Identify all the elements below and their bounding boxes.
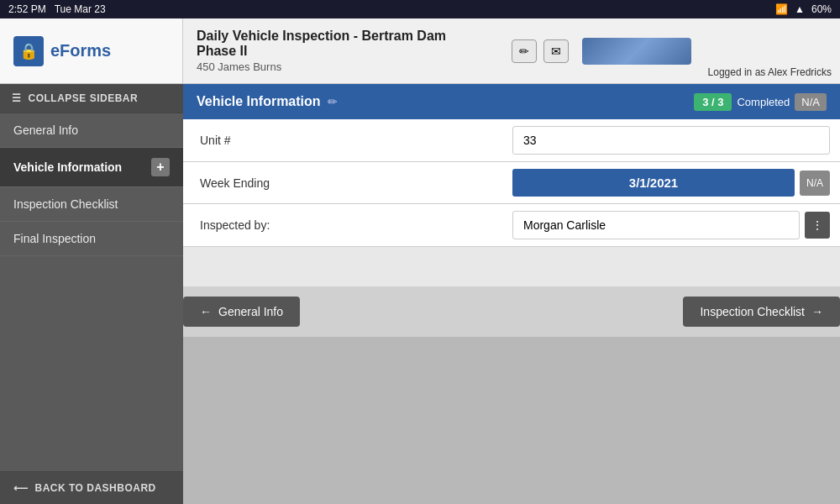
signal-icon: ▲ — [795, 3, 805, 15]
week-ending-value-area: 3/1/2021 N/A — [502, 162, 840, 203]
more-options-button[interactable]: ⋮ — [805, 212, 830, 239]
completed-label: Completed — [737, 96, 790, 108]
sidebar-item-vehicle-information[interactable]: Vehicle Information + — [0, 148, 183, 187]
section-badges: 3 / 3 Completed N/A — [694, 93, 827, 111]
image-preview — [582, 38, 691, 65]
logo-area: 🔒 eForms — [0, 18, 183, 83]
sidebar-item-general-info[interactable]: General Info — [0, 113, 183, 148]
pencil-icon: ✏ — [519, 45, 529, 58]
content-area: Vehicle Information ✏ 3 / 3 Completed N/… — [183, 84, 840, 504]
lock-icon: 🔒 — [19, 42, 38, 60]
main-layout: ☰ COLLAPSE SIDEBAR General Info Vehicle … — [0, 84, 840, 504]
header-content: Daily Vehicle Inspection - Bertram Dam P… — [183, 18, 501, 83]
week-ending-date-button[interactable]: 3/1/2021 — [512, 169, 795, 197]
inspected-by-value-area: ⋮ — [502, 204, 840, 246]
next-arrow-icon: → — [811, 305, 823, 318]
week-ending-na-button[interactable]: N/A — [800, 171, 830, 196]
form-meta: 450 James Burns — [197, 60, 488, 73]
top-header: 🔒 eForms Daily Vehicle Inspection - Bert… — [0, 18, 840, 84]
sidebar: ☰ COLLAPSE SIDEBAR General Info Vehicle … — [0, 84, 183, 504]
sidebar-item-final-inspection[interactable]: Final Inspection — [0, 222, 183, 256]
unit-label: Unit # — [183, 123, 502, 157]
week-ending-label: Week Ending — [183, 166, 502, 200]
wifi-icon: 📶 — [775, 3, 788, 15]
back-to-dashboard-button[interactable]: ⟵ BACK TO DASHBOARD — [0, 471, 183, 504]
logo-icon: 🔒 — [13, 36, 44, 66]
na-badge: N/A — [795, 93, 827, 111]
back-label: BACK TO DASHBOARD — [35, 482, 156, 494]
status-bar: 2:52 PM Tue Mar 23 📶 ▲ 60% — [0, 0, 840, 18]
form-row-week-ending: Week Ending 3/1/2021 N/A — [183, 162, 840, 204]
email-icon: ✉ — [551, 45, 561, 58]
sidebar-label-general-info: General Info — [13, 123, 78, 137]
hamburger-icon: ☰ — [12, 92, 22, 104]
sidebar-label-inspection-checklist: Inspection Checklist — [13, 197, 118, 211]
sidebar-label-final-inspection: Final Inspection — [13, 232, 96, 245]
prev-label: General Info — [218, 305, 283, 318]
unit-value-area — [502, 119, 840, 161]
section-title-area: Vehicle Information ✏ — [197, 94, 338, 109]
section-edit-icon[interactable]: ✏ — [328, 95, 338, 108]
inspected-by-label: Inspected by: — [183, 208, 502, 242]
gray-area — [183, 337, 840, 504]
date: Tue Mar 23 — [55, 3, 106, 15]
form-row-inspected-by: Inspected by: ⋮ — [183, 204, 840, 247]
back-icon: ⟵ — [13, 482, 29, 494]
logo-text: eForms — [50, 41, 111, 60]
email-button[interactable]: ✉ — [543, 39, 569, 63]
battery-level: 60% — [811, 3, 832, 15]
prev-arrow-icon: ← — [200, 305, 212, 318]
inspected-by-input[interactable] — [512, 211, 800, 239]
header-actions: ✏ ✉ — [501, 18, 708, 83]
collapse-label: COLLAPSE SIDEBAR — [29, 92, 139, 104]
section-header: Vehicle Information ✏ 3 / 3 Completed N/… — [183, 84, 840, 119]
sidebar-item-inspection-checklist[interactable]: Inspection Checklist — [0, 187, 183, 222]
prev-nav-button[interactable]: ← General Info — [183, 297, 300, 327]
edit-button[interactable]: ✏ — [512, 39, 537, 63]
form-row-unit: Unit # — [183, 119, 840, 162]
sidebar-label-vehicle-information: Vehicle Information — [13, 160, 122, 174]
logged-in-text: Logged in as Alex Fredricks — [708, 66, 840, 83]
form-title: Daily Vehicle Inspection - Bertram Dam P… — [197, 29, 488, 59]
nav-buttons: ← General Info Inspection Checklist → — [183, 286, 840, 337]
form-area: Unit # Week Ending 3/1/2021 N/A Inspecte… — [183, 119, 840, 286]
section-title: Vehicle Information — [197, 94, 321, 109]
add-icon[interactable]: + — [151, 158, 170, 176]
collapse-sidebar-button[interactable]: ☰ COLLAPSE SIDEBAR — [0, 84, 183, 113]
unit-input[interactable] — [512, 126, 830, 155]
next-nav-button[interactable]: Inspection Checklist → — [683, 297, 840, 327]
progress-badge: 3 / 3 — [694, 93, 732, 111]
time: 2:52 PM — [8, 3, 46, 15]
next-label: Inspection Checklist — [700, 305, 805, 318]
